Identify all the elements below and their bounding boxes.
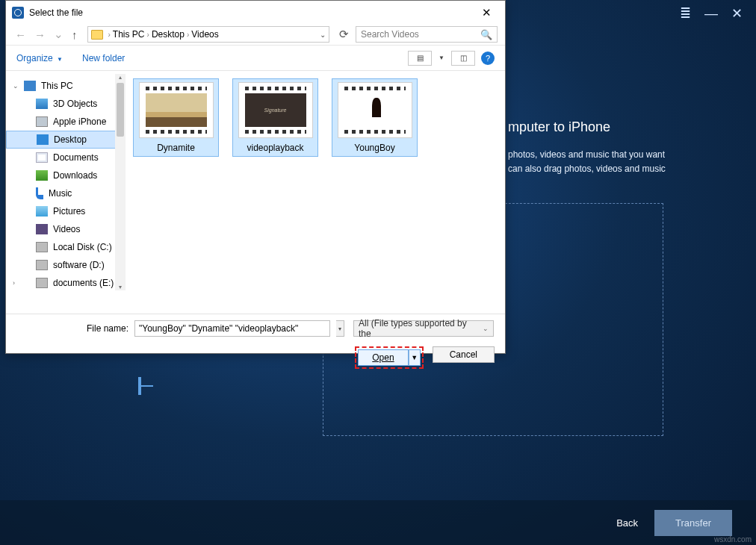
close-icon[interactable]: ✕ [731,5,743,22]
help-icon[interactable]: ? [481,52,495,65]
view-mode-dropdown[interactable]: ▼ [438,51,445,66]
file-name: YoungBoy [335,143,414,153]
page-title: mputer to iPhone [508,119,610,135]
search-input[interactable]: Search Videos 🔍 [356,26,498,43]
tree-scrollbar[interactable]: ▴▾ [115,74,126,290]
subtitle-line: can also drag photos, videos and music [508,162,666,176]
tree-item-desktop[interactable]: Desktop [6,131,124,149]
page-subtitle: photos, videos and music that you want c… [508,148,666,176]
list-icon[interactable]: ≣ [680,5,691,22]
tree-item-videos[interactable]: Videos [6,220,124,238]
open-dropdown[interactable]: ▼ [409,349,421,366]
file-name: videoplayback [236,143,315,153]
breadcrumb-item[interactable]: Desktop [152,29,185,40]
back-button[interactable]: Back [616,517,638,529]
file-item[interactable]: Dynamite [133,78,219,157]
transfer-button[interactable]: Transfer [654,510,732,536]
nav-up-icon[interactable]: ↑ [70,28,79,41]
preview-pane-button[interactable]: ◫ [451,51,475,66]
tree-item-documents[interactable]: Documents [6,149,124,166]
file-list: Dynamite Signature videoplayback YoungBo… [126,71,505,314]
tree-item-3d-objects[interactable]: 3D Objects [6,95,124,113]
tree-item-documents-drive[interactable]: ›documents (E:) [6,274,124,292]
tree-item-this-pc[interactable]: ⌄This PC [6,77,124,95]
view-mode-button[interactable]: ▤ [408,51,432,66]
nav-history-dropdown[interactable]: ⌄ [52,28,65,41]
tree-item-downloads[interactable]: Downloads [6,166,124,184]
open-button[interactable]: Open [358,349,408,366]
tree-item-local-disk[interactable]: Local Disk (C:) [6,238,124,256]
filename-label: File name: [87,323,128,334]
nav-back-icon[interactable]: ← [13,28,28,41]
cancel-button[interactable]: Cancel [433,346,495,363]
minimize-icon[interactable]: — [704,6,718,22]
nav-forward-icon[interactable]: → [33,28,47,41]
watermark: wsxdn.com [714,535,752,544]
tree-item-pictures[interactable]: Pictures [6,202,124,220]
filetype-select[interactable]: All (File types supported by the⌄ [353,320,494,337]
search-icon: 🔍 [480,29,492,40]
refresh-icon[interactable]: ⟳ [338,28,350,41]
tree-item-music[interactable]: Music [6,184,124,202]
breadcrumb-item[interactable]: Videos [191,29,218,40]
file-item[interactable]: Signature videoplayback [232,78,318,157]
file-item[interactable]: YoungBoy [332,78,418,157]
new-folder-button[interactable]: New folder [82,53,125,63]
tree-item-software-drive[interactable]: software (D:) [6,256,124,274]
folder-icon [91,30,103,40]
filename-input[interactable] [134,320,330,337]
address-bar[interactable]: › This PC › Desktop › Videos ⌄ [87,26,330,43]
folder-tree: ⌄This PC 3D Objects Apple iPhone Desktop… [6,71,126,314]
dialog-title: Select the file [29,7,474,18]
address-dropdown[interactable]: ⌄ [320,31,326,39]
app-icon [12,7,24,19]
breadcrumb-item[interactable]: This PC [113,29,145,40]
organize-button[interactable]: Organize ▼ [16,53,63,63]
filename-dropdown[interactable]: ▾ [336,320,344,337]
search-placeholder: Search Videos [361,29,419,40]
file-name: Dynamite [137,143,215,153]
dialog-close-button[interactable]: ✕ [474,6,499,19]
tree-item-iphone[interactable]: Apple iPhone [6,113,124,131]
subtitle-line: photos, videos and music that you want [508,148,666,162]
file-dialog: Select the file ✕ ← → ⌄ ↑ › This PC › De… [5,0,506,354]
open-highlight: Open▼ [355,346,423,369]
